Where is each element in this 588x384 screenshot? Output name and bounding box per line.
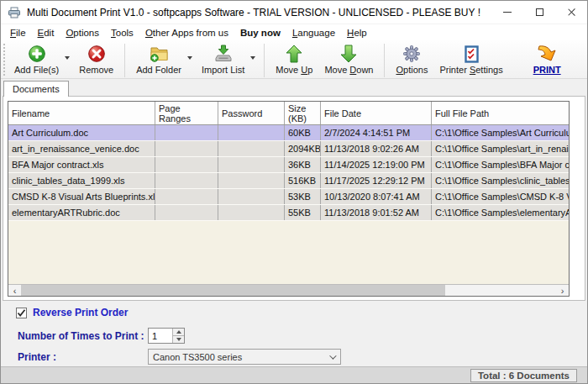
- cell-filename: BFA Major contract.xls: [8, 157, 155, 172]
- options-icon: [402, 44, 421, 64]
- printer-select-value: Canon TS3500 series: [153, 352, 242, 362]
- printer-settings-label: Printer Settings: [439, 65, 502, 75]
- column-header-file-date[interactable]: File Date: [321, 102, 432, 124]
- tab-documents[interactable]: Documents: [3, 81, 69, 97]
- copies-input[interactable]: [149, 329, 172, 343]
- table-row[interactable]: CMSD K-8 Visual Arts Blueprints.xls 53KB…: [8, 189, 569, 205]
- menu-buy-now[interactable]: Buy now: [234, 26, 286, 39]
- cell-filename: CMSD K-8 Visual Arts Blueprints.xls: [8, 189, 155, 204]
- add-folder-dropdown-icon[interactable]: [187, 56, 192, 60]
- printer-select[interactable]: Canon TS3500 series: [148, 349, 341, 365]
- menu-options[interactable]: Options: [60, 26, 105, 39]
- import-list-button[interactable]: Import List: [196, 43, 250, 76]
- status-bar: Total : 6 Documents: [1, 366, 587, 384]
- move-up-icon: [286, 44, 302, 64]
- add-files-button[interactable]: Add File(s): [8, 43, 65, 76]
- add-folder-icon: [149, 44, 170, 64]
- cell-filename: elementaryARTRubric.doc: [8, 205, 155, 220]
- app-printer-icon: [8, 7, 21, 18]
- cell-size: 53KB: [285, 189, 321, 204]
- cell-filename: art_in_renaissance_venice.doc: [8, 141, 155, 156]
- maximize-icon: [536, 8, 543, 16]
- check-icon: [17, 308, 26, 318]
- horizontal-scrollbar[interactable]: ‹ ›: [8, 284, 569, 296]
- tab-documents-label: Documents: [13, 84, 60, 94]
- cell-file-date: 11/13/2018 9:01:52 AM: [321, 205, 432, 220]
- remove-button[interactable]: Remove: [73, 43, 119, 76]
- spin-down-icon: [176, 338, 181, 341]
- menu-tools[interactable]: Tools: [105, 26, 139, 39]
- close-button[interactable]: [555, 1, 587, 24]
- toolbar-grip-icon: [3, 44, 7, 76]
- table-header-row: Filename PageRanges Password Size(KB) Fi…: [8, 102, 569, 125]
- cell-size: 36KB: [285, 157, 321, 172]
- cell-page-ranges: [155, 189, 218, 204]
- scroll-right-icon[interactable]: ›: [556, 285, 569, 296]
- cell-password: [218, 141, 285, 156]
- toolbar-separator: [384, 44, 385, 77]
- toolbar-separator: [124, 44, 125, 77]
- scrollbar-thumb[interactable]: [21, 285, 445, 296]
- column-header-full-path[interactable]: Full File Path: [432, 102, 570, 124]
- remove-icon: [87, 44, 106, 64]
- cell-password: [218, 125, 285, 140]
- cell-password: [218, 173, 285, 188]
- scroll-left-icon[interactable]: ‹: [8, 285, 21, 296]
- copies-stepper: [148, 328, 185, 344]
- column-header-size[interactable]: Size(KB): [285, 102, 321, 124]
- cell-file-date: 11/17/2025 12:29:12 PM: [321, 173, 432, 188]
- cell-page-ranges: [155, 125, 218, 140]
- column-header-filename[interactable]: Filename: [8, 102, 155, 124]
- print-icon: [537, 44, 557, 64]
- spin-up-button[interactable]: [173, 329, 184, 336]
- menu-other-apps[interactable]: Other Apps from us: [139, 26, 234, 39]
- move-down-button[interactable]: Move Down: [318, 43, 379, 76]
- spin-down-button[interactable]: [173, 336, 184, 343]
- cell-page-ranges: [155, 157, 218, 172]
- cell-full-path: C:\1\Office Samples\BFA Major contract.x…: [432, 157, 570, 172]
- cell-page-ranges: [155, 141, 218, 156]
- column-header-password[interactable]: Password: [218, 102, 285, 124]
- table-row[interactable]: art_in_renaissance_venice.doc 2094KB 11/…: [8, 141, 569, 157]
- import-list-icon: [214, 44, 233, 64]
- move-up-button[interactable]: Move Up: [270, 43, 318, 76]
- add-files-dropdown-icon[interactable]: [65, 56, 70, 60]
- options-button[interactable]: Options: [390, 43, 433, 76]
- cell-size: 516KB: [285, 173, 321, 188]
- reverse-print-order-label: Reverse Print Order: [33, 307, 128, 318]
- cell-full-path: C:\1\Office Samples\CMSD K-8 Visual Arts…: [432, 189, 570, 204]
- title-bar: Multi Document Print V1.0 - softpcapps S…: [1, 1, 587, 24]
- table-row[interactable]: BFA Major contract.xls 36KB 11/14/2025 1…: [8, 157, 569, 173]
- import-list-dropdown-icon[interactable]: [250, 56, 255, 60]
- cell-full-path: C:\1\Office Samples\elementaryARTRubric.…: [432, 205, 570, 220]
- move-down-label: Move Down: [324, 65, 373, 75]
- cell-size: 55KB: [285, 205, 321, 220]
- reverse-print-order-checkbox[interactable]: [16, 308, 27, 318]
- minimize-icon: [503, 12, 512, 13]
- scrollbar-track[interactable]: [445, 285, 556, 296]
- cell-filename: clinic_tables_data_1999.xls: [8, 173, 155, 188]
- printer-label: Printer :: [18, 351, 56, 363]
- add-files-label: Add File(s): [14, 65, 59, 75]
- add-folder-label: Add Folder: [136, 65, 181, 75]
- menu-help[interactable]: Help: [341, 26, 373, 39]
- add-folder-button[interactable]: Add Folder: [130, 43, 187, 76]
- maximize-button[interactable]: [523, 1, 555, 24]
- cell-size: 60KB: [285, 125, 321, 140]
- documents-table: Filename PageRanges Password Size(KB) Fi…: [8, 101, 570, 297]
- table-row[interactable]: clinic_tables_data_1999.xls 516KB 11/17/…: [8, 173, 569, 189]
- cell-page-ranges: [155, 173, 218, 188]
- remove-label: Remove: [79, 65, 113, 75]
- minimize-button[interactable]: [491, 1, 523, 24]
- menu-language[interactable]: Language: [286, 26, 341, 39]
- table-row[interactable]: elementaryARTRubric.doc 55KB 11/13/2018 …: [8, 205, 569, 221]
- window-title: Multi Document Print V1.0 - softpcapps S…: [27, 7, 480, 18]
- cell-file-date: 11/13/2018 9:02:26 AM: [321, 141, 432, 156]
- printer-settings-button[interactable]: Printer Settings: [433, 43, 508, 76]
- close-icon: [567, 8, 576, 17]
- print-button[interactable]: PRINT: [528, 43, 567, 76]
- column-header-page-ranges[interactable]: PageRanges: [155, 102, 218, 124]
- menu-file[interactable]: File: [4, 26, 32, 39]
- table-row[interactable]: Art Curriculum.doc 60KB 2/7/2024 4:14:51…: [8, 125, 569, 141]
- menu-edit[interactable]: Edit: [32, 26, 60, 39]
